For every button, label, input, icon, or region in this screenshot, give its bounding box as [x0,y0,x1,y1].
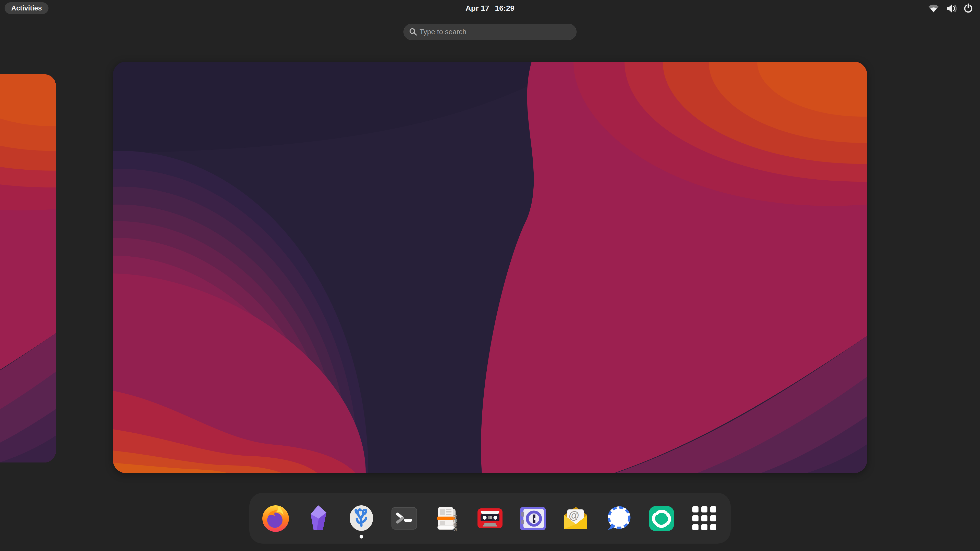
clock-menu-button[interactable]: Apr 17 16:29 [466,0,514,16]
obsidian-icon [304,503,334,534]
coral-icon [346,503,376,534]
top-bar: Activities Apr 17 16:29 [0,0,980,16]
signal-chat-icon [604,503,634,534]
clock-date: Apr 17 [466,4,489,13]
clock-time: 16:29 [495,4,514,13]
workspace-preview-main[interactable] [113,62,867,473]
search-input[interactable] [404,24,576,40]
dock-item-obsidian[interactable] [304,503,334,534]
password-safe-icon [518,503,548,534]
dock-item-console[interactable] [389,503,419,534]
svg-text:@: @ [569,510,579,521]
search-bar [404,24,576,40]
system-status-menu[interactable] [928,0,974,16]
dock-item-firefox[interactable] [261,503,291,534]
terminal-icon [389,503,419,534]
dock-item-coral[interactable] [346,503,376,534]
cassette-icon [475,503,505,534]
dock-item-signal[interactable] [604,503,634,534]
mail-envelope-icon: @ [561,503,591,534]
newspaper-icon: NEWS [432,503,462,534]
dock-item-element[interactable] [646,503,676,534]
running-indicator-dot [360,535,363,538]
dock-item-news[interactable]: NEWS [432,503,462,534]
dock-item-app-grid[interactable] [689,503,719,534]
firefox-icon [261,503,291,534]
element-chat-icon [646,503,676,534]
wallpaper-left [0,74,56,462]
volume-icon [946,3,956,14]
power-icon [963,3,974,13]
wifi-icon [928,3,939,14]
wallpaper-main [113,62,867,473]
dash-dock: NEWS @ [249,493,731,544]
dock-item-cassette[interactable] [475,503,505,534]
app-grid-icon [689,503,719,534]
dock-item-onepassword[interactable] [518,503,548,534]
workspace-preview-left[interactable] [0,74,56,462]
activities-button[interactable]: Activities [5,2,48,14]
dock-item-mail[interactable]: @ [561,503,591,534]
